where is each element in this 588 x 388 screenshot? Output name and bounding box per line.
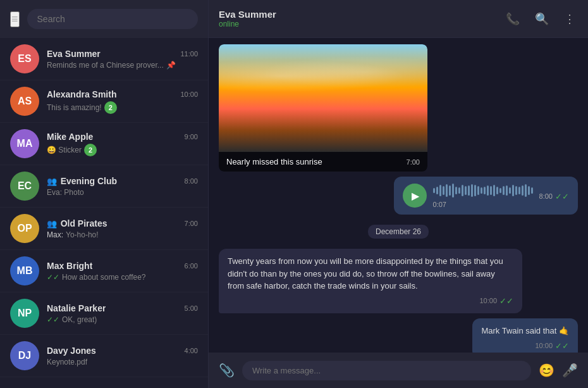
- date-badge: December 26: [368, 225, 429, 239]
- image-caption-bar: Nearly missed this sunrise7:00: [219, 152, 427, 172]
- chat-list-item[interactable]: MAMike Apple9:00😀 Sticker2: [0, 123, 208, 165]
- chat-time: 8:00: [185, 177, 198, 185]
- waveform-bar: [433, 188, 435, 193]
- more-button[interactable]: ⋮: [561, 9, 578, 28]
- play-icon: ▶: [412, 190, 419, 202]
- chat-list-item[interactable]: ESEva Summer11:00Reminds me of a Chinese…: [0, 38, 208, 80]
- double-check-icon: ✓✓: [47, 273, 59, 282]
- audio-message: ▶0:078:00✓✓: [394, 177, 578, 215]
- chat-header-actions: 📞 🔍 ⋮: [503, 9, 578, 28]
- chat-time: 4:00: [185, 347, 198, 354]
- chat-name: Davy Jones: [47, 346, 96, 356]
- waveform-bar: [506, 185, 508, 196]
- waveform-bar: [515, 186, 517, 195]
- chat-name: Mike Apple: [47, 132, 93, 142]
- chat-preview: Eva: Photo: [47, 188, 198, 197]
- message-text: Mark Twain said that 🤙: [481, 325, 569, 337]
- waveform-bar: [525, 184, 527, 197]
- sidebar: ≡ ESEva Summer11:00Reminds me of a Chine…: [0, 0, 209, 388]
- waveform-bar: [462, 185, 463, 196]
- chat-preview: This is amazing!2: [47, 101, 198, 114]
- menu-button[interactable]: ≡: [10, 11, 20, 27]
- chat-list-item[interactable]: ASAlexandra Smith10:00This is amazing!2: [0, 80, 208, 123]
- message-input[interactable]: [242, 361, 531, 380]
- sunset-image: [219, 44, 427, 152]
- chat-name: 👥 Old Pirates: [47, 218, 107, 228]
- preview-sender: Max:: [47, 230, 63, 239]
- search-button[interactable]: 🔍: [532, 9, 551, 28]
- message-time: 7:00: [407, 158, 420, 166]
- avatar: DJ: [10, 341, 39, 370]
- waveform-bar: [509, 187, 511, 194]
- chat-preview: ✓✓ OK, great): [47, 315, 198, 324]
- waveform-bar: [487, 185, 489, 196]
- waveform-bar: [452, 184, 454, 197]
- chat-header-info: Eva Summer online: [219, 9, 503, 28]
- chat-list-item[interactable]: DJDavy Jones4:00Keynote.pdf: [0, 335, 208, 377]
- message-bubble: Twenty years from now you will be more d…: [219, 249, 522, 313]
- chat-list-item[interactable]: NPNatalie Parker5:00✓✓ OK, great): [0, 292, 208, 335]
- message-time: 8:00: [539, 192, 553, 200]
- chat-time: 10:00: [180, 91, 198, 98]
- waveform-bar: [528, 186, 530, 195]
- chat-info: Mike Apple9:00😀 Sticker2: [47, 132, 198, 156]
- audio-waveform: 0:07: [433, 183, 533, 208]
- waveform-bar: [484, 187, 486, 194]
- chat-info: 👥 Evening Club8:00Eva: Photo: [47, 176, 198, 197]
- chat-info: Natalie Parker5:00✓✓ OK, great): [47, 303, 198, 324]
- message-bubble: Mark Twain said that 🤙10:00✓✓: [472, 318, 578, 353]
- waveform-bar: [471, 184, 473, 197]
- double-check-icon: ✓✓: [47, 315, 59, 324]
- unread-badge: 2: [104, 101, 117, 114]
- chat-preview: Keynote.pdf: [47, 358, 198, 366]
- waveform-bar: [458, 187, 460, 194]
- chat-header: Eva Summer online 📞 🔍 ⋮: [209, 0, 588, 38]
- chat-time: 5:00: [185, 304, 198, 312]
- double-check-icon: ✓✓: [499, 295, 513, 308]
- attach-button[interactable]: 📎: [219, 363, 235, 378]
- chat-info: Davy Jones4:00Keynote.pdf: [47, 346, 198, 366]
- chat-list-item[interactable]: OP👥 Old Pirates7:00Max: Yo-ho-ho!: [0, 208, 208, 250]
- waveform-bar: [436, 187, 438, 194]
- waveform-bar: [531, 187, 533, 194]
- avatar: AS: [10, 87, 39, 116]
- waveform-bar: [499, 188, 501, 193]
- waveform-bar: [443, 186, 444, 195]
- chat-info: Eva Summer11:00Reminds me of a Chinese p…: [47, 49, 198, 70]
- unread-badge: 2: [84, 144, 97, 156]
- chat-list-item[interactable]: EC👥 Evening Club8:00Eva: Photo: [0, 165, 208, 208]
- image-caption: Nearly missed this sunrise: [226, 157, 322, 166]
- chat-preview: 😀 Sticker2: [47, 144, 198, 156]
- waveform-bar: [481, 187, 482, 194]
- message-time: 10:00: [479, 296, 497, 306]
- emoji-button[interactable]: 😊: [539, 363, 554, 378]
- waveform-bar: [490, 186, 492, 195]
- avatar: NP: [10, 299, 39, 328]
- sidebar-header: ≡: [0, 0, 208, 38]
- chat-preview: Max: Yo-ho-ho!: [47, 230, 198, 239]
- input-bar: 📎 😊 🎤: [209, 353, 588, 388]
- waveform-bar: [446, 184, 448, 197]
- avatar: EC: [10, 172, 39, 201]
- waveform-bar: [468, 185, 470, 196]
- avatar: ES: [10, 44, 39, 73]
- chat-info: 👥 Old Pirates7:00Max: Yo-ho-ho!: [47, 218, 198, 239]
- image-message: Nearly missed this sunrise7:00: [219, 44, 427, 172]
- avatar: MA: [10, 129, 39, 158]
- chat-time: 11:00: [180, 50, 198, 58]
- image-container: Nearly missed this sunrise7:00: [219, 44, 427, 172]
- waveform-bar: [518, 187, 520, 194]
- waveform-bar: [455, 187, 457, 194]
- search-input[interactable]: [27, 9, 198, 29]
- chat-name: Alexandra Smith: [47, 89, 116, 99]
- chat-list-item[interactable]: MBMax Bright6:00✓✓ How about some coffee…: [0, 250, 208, 292]
- chat-info: Alexandra Smith10:00This is amazing!2: [47, 89, 198, 114]
- chat-time: 9:00: [185, 133, 198, 141]
- play-button[interactable]: ▶: [403, 184, 427, 208]
- double-check-icon: ✓✓: [555, 340, 569, 353]
- phone-button[interactable]: 📞: [503, 9, 522, 28]
- message-time: 10:00: [535, 341, 553, 351]
- mic-button[interactable]: 🎤: [562, 363, 578, 378]
- chat-info: Max Bright6:00✓✓ How about some coffee?: [47, 261, 198, 282]
- chat-name: Natalie Parker: [47, 303, 106, 313]
